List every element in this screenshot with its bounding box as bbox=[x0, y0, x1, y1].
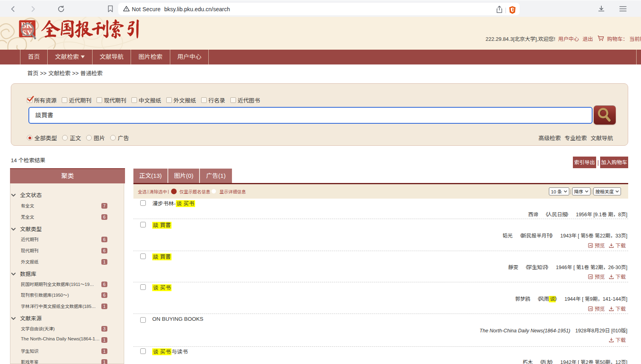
svg-text:SY: SY bbox=[22, 29, 33, 38]
